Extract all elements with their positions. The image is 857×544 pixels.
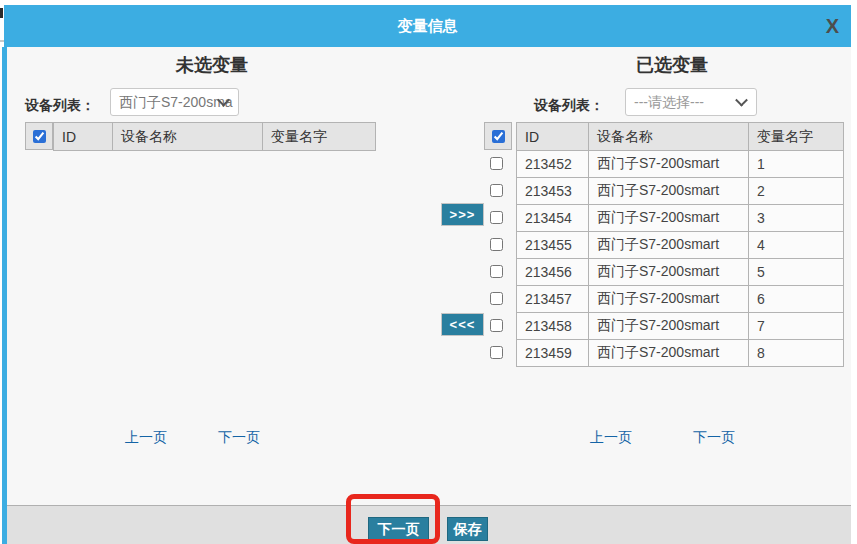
device-dropdown-right[interactable]: ---请选择--- (625, 88, 757, 116)
cell-id: 213456 (517, 259, 589, 286)
pagination-right: 上一页 下一页 (590, 429, 735, 447)
prev-page-link-left[interactable]: 上一页 (125, 429, 167, 447)
column-header-var-name: 变量名字 (263, 123, 376, 151)
column-header-id: ID (54, 123, 113, 151)
selected-panel-heading: 已选变量 (582, 53, 762, 77)
table-header-row: ID 设备名称 变量名字 (54, 123, 376, 151)
prev-page-link-right[interactable]: 上一页 (590, 429, 632, 447)
row-checkbox-cell (484, 258, 508, 285)
row-checkbox-cell (484, 339, 508, 366)
unselected-panel-heading: 未选变量 (122, 53, 302, 77)
selected-table-body: 213452 西门子S7-200smart 1 213453 西门子S7-200… (517, 151, 844, 367)
cell-var-name: 5 (749, 259, 844, 286)
save-button[interactable]: 保存 (447, 517, 488, 541)
table-row: 213453 西门子S7-200smart 2 (517, 178, 844, 205)
row-checkbox[interactable] (490, 211, 503, 224)
row-checkbox[interactable] (490, 319, 503, 332)
device-dropdown-left-value: 西门子S7-200sma (119, 94, 233, 110)
row-checkbox-cell (484, 150, 508, 177)
unselected-table-grid: ID 设备名称 变量名字 (53, 122, 376, 151)
cell-device-name: 西门子S7-200smart (589, 313, 749, 340)
select-all-checkbox-right[interactable] (492, 130, 505, 143)
row-checkbox-cell (484, 312, 508, 339)
cell-device-name: 西门子S7-200smart (589, 286, 749, 313)
cell-var-name: 4 (749, 232, 844, 259)
row-checkbox[interactable] (490, 292, 503, 305)
device-list-label-right: 设备列表： (534, 97, 604, 115)
cell-device-name: 西门子S7-200smart (589, 178, 749, 205)
cell-device-name: 西门子S7-200smart (589, 259, 749, 286)
cell-var-name: 2 (749, 178, 844, 205)
table-row: 213452 西门子S7-200smart 1 (517, 151, 844, 178)
footer-next-page-button[interactable]: 下一页 (368, 517, 429, 541)
cell-id: 213455 (517, 232, 589, 259)
dialog-titlebar: 变量信息 X (4, 5, 851, 47)
left-accent-strip (2, 47, 7, 544)
selected-table: ID 设备名称 变量名字 213452 西门子S7-200smart 1 213… (484, 122, 844, 367)
cell-id: 213458 (517, 313, 589, 340)
table-row: 213455 西门子S7-200smart 4 (517, 232, 844, 259)
cell-var-name: 1 (749, 151, 844, 178)
cell-device-name: 西门子S7-200smart (589, 232, 749, 259)
cell-device-name: 西门子S7-200smart (589, 340, 749, 367)
selected-table-grid: ID 设备名称 变量名字 213452 西门子S7-200smart 1 213… (516, 122, 844, 367)
row-checkbox[interactable] (490, 238, 503, 251)
column-header-device-name: 设备名称 (589, 123, 749, 151)
cell-var-name: 6 (749, 286, 844, 313)
table-header-row: ID 设备名称 变量名字 (517, 123, 844, 151)
table-row: 213458 西门子S7-200smart 7 (517, 313, 844, 340)
row-checkbox-cell (484, 177, 508, 204)
background-fragment (0, 8, 3, 18)
move-right-button[interactable]: >>> (441, 203, 484, 226)
column-header-id: ID (517, 123, 589, 151)
column-header-device-name: 设备名称 (113, 123, 263, 151)
select-all-cell-right (484, 122, 512, 150)
variable-info-dialog: 变量信息 X 未选变量 设备列表： 西门子S7-200sma ID 设备名称 变… (4, 5, 851, 544)
row-checkbox[interactable] (490, 184, 503, 197)
table-row: 213456 西门子S7-200smart 5 (517, 259, 844, 286)
cell-var-name: 7 (749, 313, 844, 340)
table-row: 213454 西门子S7-200smart 3 (517, 205, 844, 232)
select-all-checkbox-left[interactable] (33, 130, 46, 143)
row-checkbox[interactable] (490, 265, 503, 278)
column-header-var-name: 变量名字 (749, 123, 844, 151)
unselected-table: ID 设备名称 变量名字 (25, 122, 376, 151)
pagination-left: 上一页 下一页 (125, 429, 260, 447)
cell-device-name: 西门子S7-200smart (589, 151, 749, 178)
device-dropdown-left[interactable]: 西门子S7-200sma (110, 88, 239, 116)
select-all-cell-left (25, 122, 53, 150)
device-dropdown-right-value: ---请选择--- (634, 94, 704, 110)
cell-id: 213459 (517, 340, 589, 367)
cell-var-name: 8 (749, 340, 844, 367)
dialog-footer: 下一页 保存 (4, 505, 851, 544)
row-checkbox[interactable] (490, 157, 503, 170)
next-page-link-left[interactable]: 下一页 (218, 429, 260, 447)
table-row: 213459 西门子S7-200smart 8 (517, 340, 844, 367)
dialog-title: 变量信息 (398, 17, 458, 36)
device-list-label-left: 设备列表： (25, 97, 95, 115)
close-icon[interactable]: X (826, 14, 839, 38)
cell-id: 213453 (517, 178, 589, 205)
table-row: 213457 西门子S7-200smart 6 (517, 286, 844, 313)
page-background: 变量信息 X 未选变量 设备列表： 西门子S7-200sma ID 设备名称 变… (0, 0, 857, 544)
cell-id: 213452 (517, 151, 589, 178)
selected-checkbox-column (484, 122, 512, 367)
row-checkbox-cell (484, 285, 508, 312)
row-checkbox-cell (484, 231, 508, 258)
move-left-button[interactable]: <<< (441, 313, 484, 336)
cell-device-name: 西门子S7-200smart (589, 205, 749, 232)
next-page-link-right[interactable]: 下一页 (693, 429, 735, 447)
cell-var-name: 3 (749, 205, 844, 232)
row-checkbox[interactable] (490, 346, 503, 359)
cell-id: 213454 (517, 205, 589, 232)
cell-id: 213457 (517, 286, 589, 313)
row-checkbox-cell (484, 204, 508, 231)
